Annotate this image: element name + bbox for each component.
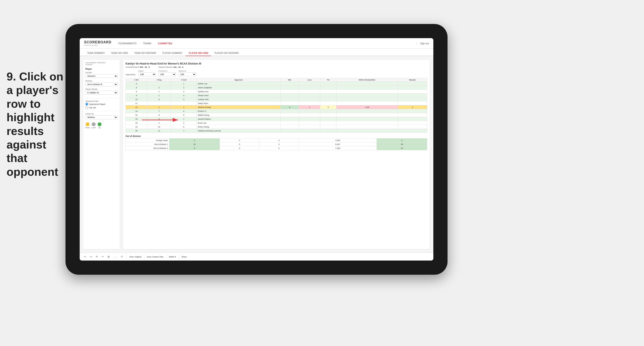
nav-link-committee[interactable]: COMMITTEE <box>158 41 172 46</box>
table-row[interactable]: 1691Jessica Mason <box>126 117 427 121</box>
main-content: Last Updated: 27/03/2024 16:55:38 Player… <box>80 56 433 253</box>
table-row[interactable]: 522Alexis Sudjianto <box>126 86 427 90</box>
records-row: Overall Record: 353 - 34 - 6 Division Re… <box>126 66 427 68</box>
colour-by-label: Colour by <box>85 113 118 115</box>
undo-button[interactable]: ↩ <box>83 255 87 259</box>
radio-top100[interactable]: Top 100 <box>85 106 118 109</box>
table-row[interactable]: 613Sydney Kuo <box>126 90 427 94</box>
h2h-data-table: # Div # Reg # Conf Opponent Win Loss Tie… <box>126 78 427 133</box>
out-table-row[interactable]: NCAA Division 25007.40010 <box>126 146 427 150</box>
nav-link-teams[interactable]: TEAMS <box>143 41 151 46</box>
tab-player-h2h-heatmap[interactable]: PLAYER H2H HEATMAP <box>211 51 242 56</box>
sign-out-button[interactable]: Sign out <box>417 42 429 45</box>
table-row[interactable]: 19106Emily Chang <box>126 125 427 129</box>
table-row[interactable]: 11Haejo Hyun <box>126 101 427 105</box>
player-rank-select[interactable]: 8. Katelyn Vo <box>85 91 118 95</box>
legend-up-label: Up <box>98 127 100 129</box>
out-table-row[interactable]: NAIA Division 115009.26730 <box>126 142 427 146</box>
toolbar-sep-2 <box>144 255 144 259</box>
redo-button[interactable]: ↪ <box>89 255 93 259</box>
col-rounds: Rounds <box>398 78 427 82</box>
radio-opponents-played[interactable]: Opponents Played <box>85 103 118 106</box>
grid-title: Katelyn Vo Head-to-Head Grid for Women's… <box>126 62 427 65</box>
top-nav: SCOREBOARD Powered by clippi TOURNAMENTS… <box>80 38 433 49</box>
out-of-division-table: Foreign Team1004.5002NAIA Division 11500… <box>126 138 427 150</box>
nav-links: TOURNAMENTS TEAMS COMMITTEE <box>118 41 417 46</box>
watch-button[interactable]: Watch ▾ <box>169 256 176 258</box>
opponent-filter: Opponent (All) <box>178 70 196 76</box>
bottom-toolbar: ↩ ↪ ⟳ ✂ ⊞ · · · ↺ View: Original Save Cu… <box>80 253 433 261</box>
conference-filter: Conference (All) <box>158 70 176 76</box>
table-row[interactable]: 1311Jessica Huang010-3.002 <box>126 105 427 109</box>
gender-label: Gender <box>85 71 118 74</box>
tablet-screen: SCOREBOARD Powered by clippi TOURNAMENTS… <box>80 38 433 261</box>
annotation-text: 9. Click on a player's row to highlight … <box>6 70 66 178</box>
cut-button[interactable]: ✂ <box>101 255 105 259</box>
tablet-frame: SCOREBOARD Powered by clippi TOURNAMENTS… <box>66 24 448 275</box>
table-row[interactable]: 1585Stella Cheng <box>126 113 427 117</box>
legend-level-dot <box>92 122 96 126</box>
nav-link-tournaments[interactable]: TOURNAMENTS <box>118 41 137 46</box>
out-table-body: Foreign Team1004.5002NAIA Division 11500… <box>126 139 427 150</box>
colour-by-select[interactable]: Win/loss <box>85 115 118 119</box>
table-row[interactable]: 31Esther Lee <box>126 82 427 86</box>
opponent-view-radio-group: Opponents Played Top 100 <box>85 103 118 109</box>
col-conf: # Conf <box>171 78 197 82</box>
division-label: Division <box>85 80 118 82</box>
toolbar-sep-4 <box>178 255 179 259</box>
tab-team-h2h-heatmap[interactable]: TEAM H2H HEATMAP <box>131 51 159 56</box>
gender-select[interactable]: Women's <box>85 74 118 78</box>
panel-divider-1 <box>85 98 118 98</box>
col-win: Win <box>280 78 299 82</box>
refresh-button[interactable]: ⟳ <box>95 255 99 259</box>
col-diff: Diff Av Strokes/Rnd <box>336 78 398 82</box>
sub-nav: TEAM SUMMARY TEAM H2H GRID TEAM H2H HEAT… <box>80 49 433 56</box>
out-table-row[interactable]: Foreign Team1004.5002 <box>126 139 427 142</box>
division-record: Division Record: 331 - 34 - 6 <box>158 66 184 68</box>
panel-divider-2 <box>85 111 118 111</box>
last-updated: Last Updated: 27/03/2024 16:55:38 <box>85 62 118 66</box>
opponent-select[interactable]: (All) <box>178 72 196 76</box>
overall-record: Overall Record: 353 - 34 - 6 <box>126 66 150 68</box>
right-panel: Katelyn Vo Head-to-Head Grid for Women's… <box>123 59 430 249</box>
view-original-button[interactable]: View: Original <box>129 256 141 258</box>
player-rank-label: Player (Rank) <box>85 88 118 90</box>
logo-area: SCOREBOARD Powered by clippi <box>84 40 112 46</box>
left-panel: Last Updated: 27/03/2024 16:55:38 Player… <box>83 59 120 249</box>
legend-down-label: Down <box>85 127 90 129</box>
filters-row: Opponents: Region (All) Conference (All) <box>126 70 427 76</box>
division-select[interactable]: NCAA Division III <box>85 82 118 86</box>
region-select[interactable]: (All) <box>138 72 156 76</box>
tab-player-h2h-grid[interactable]: PLAYER H2H GRID <box>186 51 211 56</box>
table-row[interactable]: 1063Andrea York <box>126 97 427 101</box>
table-row[interactable]: 1474Eunice Yi <box>126 109 427 113</box>
out-of-division-title: Out of division <box>126 135 427 137</box>
player-section-title: Player <box>85 68 118 70</box>
rotate-button[interactable]: ↺ <box>120 255 124 259</box>
dots-button[interactable]: · · · <box>112 255 118 259</box>
grid-button[interactable]: ⊞ <box>106 255 111 259</box>
legend-up-dot <box>98 122 102 126</box>
annotation-content: 9. Click on a player's row to highlight … <box>6 70 63 178</box>
table-row[interactable]: 1822Euna Lee <box>126 121 427 125</box>
logo-text: SCOREBOARD <box>84 40 112 44</box>
col-div: # Div <box>126 78 147 82</box>
legend-down-dot <box>86 122 90 126</box>
col-reg: # Reg <box>147 78 171 82</box>
table-row[interactable]: 20117Federica Domecq Lacroze <box>126 129 427 133</box>
share-button[interactable]: Share <box>182 256 187 258</box>
conference-select[interactable]: (All) <box>158 72 176 76</box>
tab-player-summary[interactable]: PLAYER SUMMARY <box>159 51 186 56</box>
logo-sub: Powered by clippi <box>84 44 112 46</box>
table-body: 31Esther Lee522Alexis Sudjianto613Sydney… <box>126 82 427 133</box>
tab-team-h2h-grid[interactable]: TEAM H2H GRID <box>108 51 131 56</box>
table-row[interactable]: 914Sharon Mun <box>126 94 427 97</box>
opponent-view-label: Opponent view <box>85 100 118 102</box>
color-legend: Down Level Up <box>85 122 118 129</box>
opponents-label: Opponents: <box>126 73 136 76</box>
tab-team-summary[interactable]: TEAM SUMMARY <box>84 51 108 56</box>
col-tie: Tie <box>320 78 336 82</box>
col-opponent: Opponent <box>197 78 280 82</box>
region-filter: Region (All) <box>138 70 156 76</box>
save-custom-view-button[interactable]: Save Custom View <box>147 256 164 258</box>
